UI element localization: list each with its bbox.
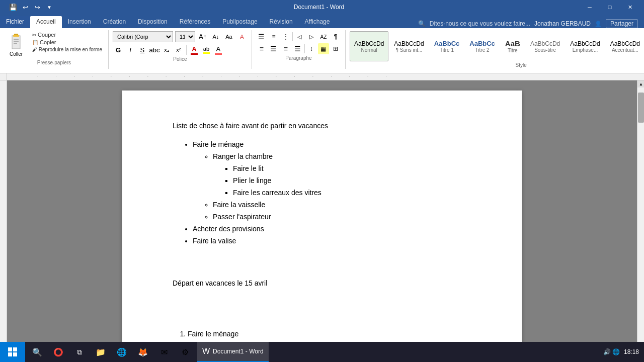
font-case-btn[interactable]: Aa <box>223 31 234 42</box>
style-sous-titre-preview: AaBbCcDd <box>530 40 560 47</box>
line-spacing-btn[interactable]: ↕ <box>306 43 317 54</box>
svg-rect-8 <box>8 352 12 356</box>
paragraphe-label: Paragraphe <box>285 55 311 62</box>
style-accent-preview: AaBbCcDd <box>610 40 640 47</box>
numbered-list-btn[interactable]: ≡ <box>268 31 279 42</box>
coller-btn[interactable]: Coller <box>4 31 28 59</box>
border-btn[interactable]: ⊞ <box>330 43 341 54</box>
font-size-increase-btn[interactable]: A↑ <box>197 31 208 42</box>
qa-dropdown-btn[interactable]: ▼ <box>44 2 54 12</box>
minimize-btn[interactable]: ─ <box>580 0 600 14</box>
style-titre[interactable]: AaB Titre <box>501 31 525 61</box>
bullet-list-btn[interactable]: ☰ <box>256 31 267 42</box>
search-tellme[interactable]: Dites-nous ce que vous voulez faire... <box>430 20 530 27</box>
police-label: Police <box>173 56 187 63</box>
strikethrough-btn[interactable]: abc <box>149 44 160 55</box>
copier-btn[interactable]: 📋 Copier <box>30 39 104 46</box>
align-center-btn[interactable]: ☰ <box>268 43 279 54</box>
style-accentuation[interactable]: AaBbCcDd Accentuat... <box>606 31 644 61</box>
show-marks-btn[interactable]: ¶ <box>330 31 341 42</box>
increase-indent-btn[interactable]: ▷ <box>306 31 317 42</box>
scroll-track[interactable] <box>637 87 644 343</box>
align-right-btn[interactable]: ≡ <box>280 43 291 54</box>
text-color-btn[interactable]: A <box>189 44 200 55</box>
style-sans-interligne[interactable]: AaBbCcDd ¶ Sans int... <box>389 31 428 61</box>
style-sous-titre[interactable]: AaBbCcDd Sous-titre <box>526 31 565 61</box>
close-btn[interactable]: ✕ <box>620 0 640 14</box>
shading-btn[interactable]: ▦ <box>318 43 329 54</box>
taskbar-edge-btn[interactable]: 🌐 <box>112 342 132 362</box>
tab-revision[interactable]: Révision <box>264 16 299 28</box>
titlebar: 💾 ↩ ↪ ▼ Document1 - Word ─ □ ✕ <box>0 0 644 14</box>
scroll-up-btn[interactable]: ▲ <box>637 80 644 87</box>
vertical-scrollbar[interactable]: ▲ ▼ <box>637 80 644 350</box>
font-name-row: Calibri (Corp 11 A↑ A↓ Aa A <box>113 31 248 42</box>
clear-format-btn[interactable]: A <box>236 31 248 42</box>
decrease-indent-btn[interactable]: ◁ <box>294 31 305 42</box>
list-item-vitres: Faire les carreaux des vitres <box>233 188 481 198</box>
style-normal[interactable]: AaBbCcDd Normal <box>350 31 388 61</box>
style-titre2-preview: AaBbCc <box>469 40 495 47</box>
para-list-row: ☰ ≡ ⋮ ◁ ▷ AZ ¶ <box>256 31 341 42</box>
font-name-select[interactable]: Calibri (Corp <box>113 31 173 42</box>
taskbar-cortana-btn[interactable]: ⭕ <box>48 342 68 362</box>
style-titre2[interactable]: AaBbCc Titre 2 <box>465 31 500 61</box>
superscript-btn[interactable]: x² <box>173 44 184 55</box>
taskbar-explorer-btn[interactable]: 📁 <box>91 342 111 362</box>
style-titre1[interactable]: AaBbCc Titre 1 <box>430 31 464 61</box>
scroll-thumb[interactable] <box>638 93 644 123</box>
styles-label: Style <box>516 62 527 69</box>
clipboard-content: Coller ✂ Couper 📋 Copier 🖌 Reproduire la… <box>4 31 104 59</box>
italic-btn[interactable]: I <box>125 44 136 55</box>
list-item-chambre: Ranger la chambre Faire le lit Plier le … <box>213 151 481 198</box>
separator-2 <box>292 32 293 41</box>
titlebar-controls: ─ □ ✕ <box>580 0 640 14</box>
tab-disposition[interactable]: Disposition <box>132 16 174 28</box>
share-btn[interactable]: Partager <box>606 19 638 28</box>
font-size-decrease-btn[interactable]: A↓ <box>210 31 221 42</box>
taskbar-search-btn[interactable]: 🔍 <box>27 342 47 362</box>
undo-quick-btn[interactable]: ↩ <box>20 2 30 12</box>
titlebar-left: 💾 ↩ ↪ ▼ <box>4 2 58 12</box>
tab-accueil[interactable]: Accueil <box>30 16 62 28</box>
clipboard-buttons: Coller ✂ Couper 📋 Copier 🖌 Reproduire la… <box>4 31 104 59</box>
font-size-select[interactable]: 11 <box>175 31 195 42</box>
taskbar-mail-btn[interactable]: ✉ <box>154 342 174 362</box>
list-l3-items: Faire le lit Plier le linge Faire les ca… <box>233 163 481 198</box>
tab-affichage[interactable]: Affichage <box>299 16 336 28</box>
tab-fichier[interactable]: Fichier <box>0 16 30 28</box>
bold-btn[interactable]: G <box>113 44 124 55</box>
doc-scroll-area[interactable]: Liste de chose à faire avant de partir e… <box>7 80 637 350</box>
highlight-btn[interactable]: ab <box>201 44 212 55</box>
reproduire-btn[interactable]: 🖌 Reproduire la mise en forme <box>30 46 104 53</box>
justify-btn[interactable]: ☰ <box>292 43 303 54</box>
taskbar-firefox-btn[interactable]: 🦊 <box>133 342 153 362</box>
maximize-btn[interactable]: □ <box>600 0 620 14</box>
couper-btn[interactable]: ✂ Couper <box>30 31 104 38</box>
spacer-4 <box>173 312 481 327</box>
font-style-row: G I S abc x₂ x² A ab <box>113 44 248 55</box>
multilevel-list-btn[interactable]: ⋮ <box>280 31 291 42</box>
tab-references[interactable]: Références <box>174 16 216 28</box>
svg-rect-4 <box>14 41 19 42</box>
save-quick-btn[interactable]: 💾 <box>8 2 18 12</box>
list-item-aspirateur: Passer l'aspirateur <box>213 212 481 222</box>
subscript-btn[interactable]: x₂ <box>161 44 172 55</box>
start-btn[interactable] <box>0 342 25 362</box>
redo-quick-btn[interactable]: ↪ <box>32 2 42 12</box>
underline-btn[interactable]: S <box>137 44 148 55</box>
paragraphe-group: ☰ ≡ ⋮ ◁ ▷ AZ ¶ ≡ ☰ ≡ ☰ <box>252 30 346 69</box>
doc-title: Liste de chose à faire avant de partir e… <box>173 121 481 131</box>
align-left-btn[interactable]: ≡ <box>256 43 267 54</box>
tab-creation[interactable]: Création <box>97 16 132 28</box>
style-emphase-discrete[interactable]: AaBbCcDd Emphase... <box>566 31 604 61</box>
rulers-row: · · · · · · · · · · · · · · · · · · · · <box>0 73 644 80</box>
taskbar-taskview-btn[interactable]: ⧉ <box>69 342 90 362</box>
svg-rect-6 <box>8 347 12 351</box>
tab-insertion[interactable]: Insertion <box>62 16 97 28</box>
taskbar-settings-btn[interactable]: ⚙ <box>175 342 195 362</box>
tab-publipostage[interactable]: Publipostage <box>216 16 263 28</box>
taskbar-word-app[interactable]: W Document1 - Word <box>197 342 269 362</box>
sort-btn[interactable]: AZ <box>318 31 329 42</box>
font-color-btn[interactable]: A <box>213 44 224 55</box>
